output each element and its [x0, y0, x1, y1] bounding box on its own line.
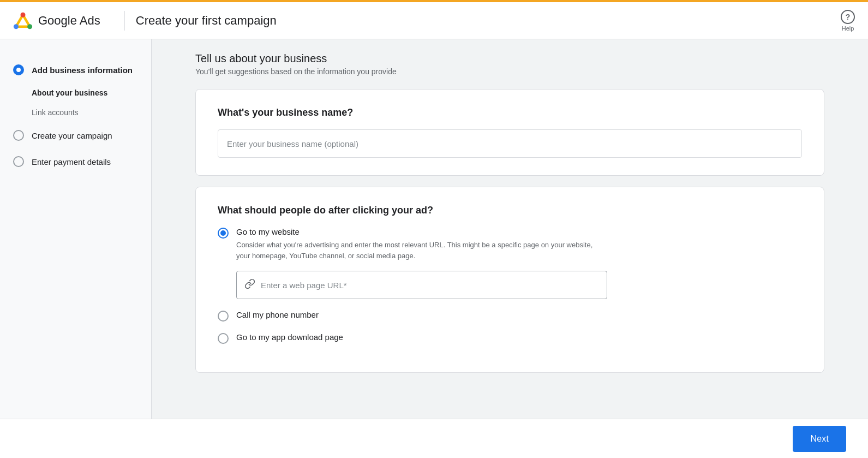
radio-label-app: Go to my app download page — [236, 332, 343, 342]
radio-option-app-download[interactable]: Go to my app download page — [218, 332, 802, 344]
radio-circle-app — [218, 333, 229, 344]
sidebar-sub-items-business: About your business Link accounts — [0, 83, 151, 122]
google-ads-logo-icon — [13, 11, 33, 31]
body-layout: Add business information About your busi… — [0, 39, 868, 419]
help-label: Help — [842, 25, 854, 32]
sidebar-label-create-campaign: Create your campaign — [32, 131, 112, 140]
section-subtitle: You'll get suggestions based on the info… — [195, 67, 824, 76]
footer: Next — [0, 419, 868, 458]
sidebar-label-add-business: Add business information — [32, 66, 133, 75]
app-name: Google Ads — [38, 14, 100, 28]
url-input-wrapper[interactable] — [236, 271, 607, 299]
header: Google Ads Create your first campaign ? … — [0, 2, 868, 39]
svg-point-2 — [27, 24, 32, 29]
sidebar-radio-payment — [13, 156, 24, 167]
business-name-input[interactable] — [218, 129, 802, 158]
radio-label-group-app: Go to my app download page — [236, 332, 343, 342]
radio-option-call-phone[interactable]: Call my phone number — [218, 310, 802, 322]
sidebar-item-payment[interactable]: Enter payment details — [0, 148, 151, 175]
sidebar-item-create-campaign[interactable]: Create your campaign — [0, 122, 151, 148]
radio-label-website: Go to my website — [236, 227, 607, 236]
sidebar-item-add-business-information[interactable]: Add business information — [0, 57, 151, 83]
sidebar-radio-add-business — [13, 64, 24, 75]
header-divider — [124, 11, 125, 31]
business-name-card: What's your business name? — [195, 89, 824, 176]
svg-point-1 — [14, 24, 19, 29]
radio-label-phone: Call my phone number — [236, 310, 319, 319]
url-input[interactable] — [261, 281, 599, 290]
radio-option-go-to-website[interactable]: Go to my website Consider what you're ad… — [218, 227, 802, 299]
ad-action-card: What should people do after clicking you… — [195, 187, 824, 373]
google-ads-logo[interactable]: Google Ads — [13, 11, 100, 31]
radio-description-website: Consider what you're advertising and ent… — [236, 240, 607, 261]
sidebar-radio-create-campaign — [13, 130, 24, 141]
help-icon: ? — [841, 10, 855, 24]
business-name-card-title: What's your business name? — [218, 107, 802, 118]
next-button[interactable]: Next — [793, 426, 846, 452]
help-button[interactable]: ? Help — [841, 10, 855, 32]
link-icon — [244, 278, 255, 292]
sidebar-subitem-link-label: Link accounts — [32, 108, 79, 117]
sidebar: Add business information About your busi… — [0, 39, 152, 419]
page-title: Create your first campaign — [136, 14, 277, 28]
sidebar-subitem-about-your-business[interactable]: About your business — [32, 83, 151, 103]
sidebar-subitem-about-label: About your business — [32, 88, 107, 97]
sidebar-subitem-link-accounts[interactable]: Link accounts — [32, 103, 151, 122]
radio-label-group-website: Go to my website Consider what you're ad… — [236, 227, 607, 299]
main-content: Tell us about your business You'll get s… — [152, 39, 868, 419]
radio-circle-phone — [218, 311, 229, 322]
section-top-hint: Tell us about your business — [195, 52, 824, 65]
sidebar-label-payment: Enter payment details — [32, 157, 111, 166]
radio-label-group-phone: Call my phone number — [236, 310, 319, 319]
ad-action-card-title: What should people do after clicking you… — [218, 205, 802, 216]
svg-point-3 — [21, 12, 26, 17]
radio-circle-website — [218, 228, 229, 239]
